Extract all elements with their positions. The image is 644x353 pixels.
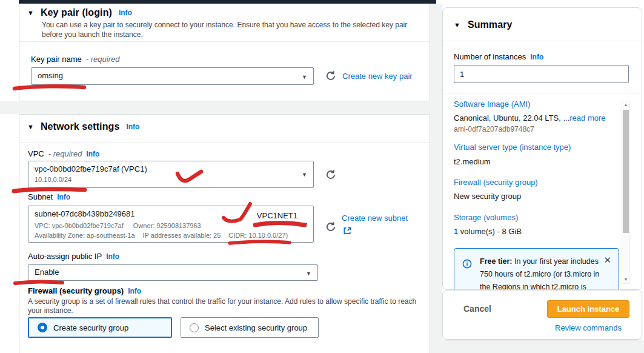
info-link[interactable]: Info xyxy=(106,252,119,261)
vpc-selected-value: vpc-0b0bd02fbe719c7af (VPC1) xyxy=(35,164,147,173)
auto-assign-ip-value: Enable xyxy=(35,267,59,277)
key-pair-header[interactable]: ▼ Key pair (login) Info xyxy=(27,7,132,18)
network-settings-section: ▼ Network settings Info VPC - required I… xyxy=(19,114,430,353)
free-tier-line-2: 750 hours of t2.micro (or t3.micro in xyxy=(480,268,601,281)
section-title: Summary xyxy=(468,19,513,30)
free-tier-line-3: the Regions in which t2.micro is xyxy=(480,281,601,290)
create-key-pair-link[interactable]: Create new key pair xyxy=(342,72,413,81)
info-link[interactable]: Info xyxy=(119,8,132,17)
firewall-value: New security group xyxy=(454,192,521,201)
summary-panel: ▼ Summary Number of instances Info Softw… xyxy=(442,7,642,290)
ami-link[interactable]: Software Image (AMI) xyxy=(454,99,530,109)
refresh-icon[interactable] xyxy=(325,169,336,180)
review-commands-link[interactable]: Review commands xyxy=(547,323,629,332)
external-link-icon[interactable] xyxy=(343,226,352,235)
key-pair-name-label: Key pair name - required xyxy=(31,55,119,64)
section-collapse-icon[interactable]: ▼ xyxy=(27,123,34,130)
key-pair-section: ▼ Key pair (login) Info You can use a ke… xyxy=(19,4,430,101)
storage-value: 1 volume(s) - 8 GiB xyxy=(454,227,522,236)
info-link[interactable]: Info xyxy=(57,193,70,201)
vpc-cidr: 10.10.0.0/24 xyxy=(35,176,71,183)
instance-type-value: t2.medium xyxy=(454,157,491,166)
firewall-description: A security group is a set of firewall ru… xyxy=(28,297,420,315)
divider xyxy=(443,93,642,93)
info-circle-icon xyxy=(462,259,472,269)
firewall-link[interactable]: Firewall (security group) xyxy=(454,178,538,187)
number-of-instances-input[interactable] xyxy=(454,65,629,83)
chevron-down-icon: ▼ xyxy=(306,271,311,277)
chevron-down-icon: ▼ xyxy=(302,172,307,178)
subnet-meta-row-2: Availability Zone: ap-southeast-1a IP ad… xyxy=(35,232,288,239)
auto-assign-ip-select[interactable]: Enable ▼ xyxy=(28,264,318,281)
section-title: Network settings xyxy=(41,121,120,132)
free-tier-line-1: Free tier: In your first year includes xyxy=(480,255,601,268)
network-header[interactable]: ▼ Network settings Info xyxy=(27,121,139,132)
info-link[interactable]: Info xyxy=(126,123,139,131)
read-more-link[interactable]: read more xyxy=(569,113,605,123)
footer-actions: Cancel Launch instance Review commands xyxy=(442,290,642,340)
info-link[interactable]: Info xyxy=(86,150,99,158)
ami-description: Canonical, Ubuntu, 22.04 LTS, ...read mo… xyxy=(454,113,606,123)
refresh-icon[interactable] xyxy=(325,70,336,81)
subnet-select[interactable]: subnet-07dc8b439bb249681 VPC1NET1 VPC: v… xyxy=(28,206,314,243)
subnet-meta-row-1: VPC: vpc-0b0bd02fbe719c7af Owner: 925908… xyxy=(35,222,201,229)
scroll-down-icon[interactable]: ▼ xyxy=(622,276,629,283)
instance-type-link[interactable]: Virtual server type (instance type) xyxy=(454,143,571,152)
scrollbar[interactable]: ▲ ▼ xyxy=(622,101,630,284)
info-link[interactable]: Info xyxy=(530,53,543,61)
close-icon[interactable]: ✕ xyxy=(603,255,611,266)
chevron-down-icon: ▼ xyxy=(302,74,307,80)
section-gap xyxy=(0,101,430,114)
key-pair-select[interactable]: omsing ▼ xyxy=(31,67,314,85)
divider xyxy=(443,41,642,41)
free-tier-alert: Free tier: In your first year includes 7… xyxy=(454,248,619,290)
column-gap xyxy=(430,4,442,353)
section-title: Key pair (login) xyxy=(41,7,112,18)
storage-link[interactable]: Storage (volumes) xyxy=(454,213,518,222)
subnet-name: VPC1NET1 xyxy=(257,211,297,220)
divider xyxy=(19,41,430,42)
refresh-icon[interactable] xyxy=(325,221,336,232)
divider xyxy=(19,142,430,143)
section-collapse-icon[interactable]: ▼ xyxy=(27,9,34,16)
launch-instance-button[interactable]: Launch instance xyxy=(547,300,629,318)
subnet-id: subnet-07dc8b439bb249681 xyxy=(35,209,135,218)
auto-assign-ip-label: Auto-assign public IP Info xyxy=(28,252,119,261)
cancel-button[interactable]: Cancel xyxy=(463,304,491,314)
ami-id: ami-0df7a207adb9748c7 xyxy=(454,125,534,133)
firewall-label: Firewall (security groups) Info xyxy=(28,286,141,295)
subnet-label: Subnet Info xyxy=(28,192,70,201)
scrollbar-thumb[interactable] xyxy=(623,110,629,233)
info-link[interactable]: Info xyxy=(128,287,141,295)
key-pair-description: You can use a key pair to securely conne… xyxy=(42,20,416,39)
radio-selected-icon[interactable] xyxy=(38,323,47,332)
launch-instance-page: ▼ Key pair (login) Info You can use a ke… xyxy=(0,0,644,353)
bottom-gap xyxy=(442,340,644,353)
scroll-up-icon[interactable]: ▲ xyxy=(622,101,629,109)
vpc-select[interactable]: vpc-0b0bd02fbe719c7af (VPC1) 10.10.0.0/2… xyxy=(28,161,314,188)
key-pair-selected-value: omsing xyxy=(38,71,63,80)
summary-header[interactable]: ▼ Summary xyxy=(454,19,513,30)
chevron-down-icon: ▼ xyxy=(303,221,308,227)
create-subnet-link[interactable]: Create new subnet xyxy=(342,213,408,223)
radio-unselected-icon[interactable] xyxy=(190,323,199,332)
select-security-group-option[interactable]: Select existing security group xyxy=(181,317,319,338)
vpc-label: VPC - required Info xyxy=(28,149,99,158)
section-collapse-icon[interactable]: ▼ xyxy=(454,21,460,29)
number-of-instances-label: Number of instances Info xyxy=(454,52,543,61)
create-security-group-option[interactable]: Create security group xyxy=(28,317,172,338)
